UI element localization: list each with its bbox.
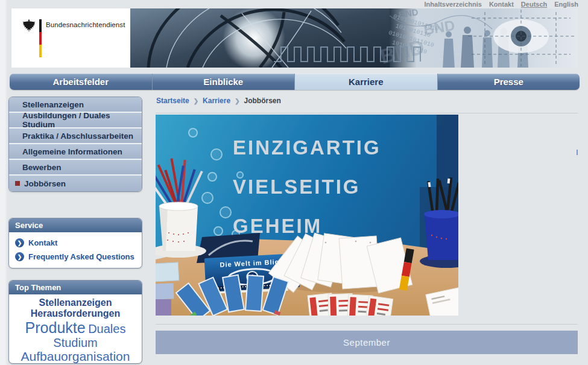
top-themen-box: Top Themen Stellenanzeigen Herausforderu… bbox=[8, 280, 142, 364]
link-kontakt-top[interactable]: Kontakt bbox=[489, 1, 514, 8]
sidebar-item-label: Bewerben bbox=[22, 163, 62, 172]
service-link-faq[interactable]: ❯ Frequently Asked Questions bbox=[15, 252, 136, 261]
breadcrumb-current-jobboersen: Jobbörsen bbox=[244, 97, 281, 105]
link-inhaltsverzeichnis[interactable]: Inhaltsverzeichnis bbox=[425, 1, 482, 8]
breadcrumb-karriere[interactable]: Karriere bbox=[203, 97, 230, 105]
month-banner-september[interactable]: September bbox=[156, 331, 578, 354]
bundesadler-eagle-icon bbox=[21, 18, 37, 34]
sidebar-item-ausbildungen[interactable]: Ausbildungen / Duales Studium bbox=[9, 113, 142, 129]
link-language-english[interactable]: English bbox=[554, 1, 578, 8]
scrollbar-tick[interactable] bbox=[577, 150, 578, 155]
bnd-website-page: Inhaltsverzeichnis Kontakt Deutsch Engli… bbox=[0, 0, 588, 365]
sidebar-item-praktika[interactable]: Praktika / Abschlussarbeiten bbox=[9, 129, 142, 144]
sidebar-item-label: Jobbörsen bbox=[24, 179, 66, 188]
sidebar-item-label: Allgemeine Informationen bbox=[22, 147, 122, 156]
slogan-line-3: GEHEIM bbox=[233, 215, 322, 237]
service-link-label[interactable]: Kontakt bbox=[28, 238, 57, 247]
active-item-marker bbox=[15, 181, 20, 186]
tab-arbeitsfelder[interactable]: Arbeitsfelder bbox=[10, 74, 152, 90]
sidebar-item-label: Praktika / Abschlussarbeiten bbox=[22, 132, 133, 141]
tab-einblicke[interactable]: Einblicke bbox=[152, 74, 295, 90]
main-nav: Arbeitsfelder Einblicke Karriere Presse bbox=[10, 74, 580, 90]
slogan-line-1: EINZIGARTIG bbox=[233, 136, 381, 159]
tag-herausforderungen[interactable]: Herausforderungen bbox=[31, 308, 120, 319]
sidebar-item-label: Stellenanzeigen bbox=[22, 100, 84, 109]
site-title: Bundesnachrichtendienst bbox=[46, 21, 125, 28]
content-divider-bottom bbox=[156, 324, 578, 325]
service-link-label[interactable]: Frequently Asked Questions bbox=[28, 252, 134, 261]
tab-karriere[interactable]: Karriere bbox=[294, 74, 437, 90]
sidebar-item-label: Ausbildungen / Duales Studium bbox=[22, 111, 142, 129]
breadcrumb-startseite[interactable]: Startseite bbox=[156, 97, 189, 105]
link-language-deutsch[interactable]: Deutsch bbox=[521, 1, 547, 8]
breadcrumb: Startseite ❯ Karriere ❯ Jobbörsen bbox=[156, 97, 281, 105]
meta-nav: Inhaltsverzeichnis Kontakt Deutsch Engli… bbox=[425, 1, 578, 8]
logo-box[interactable]: Bundesnachrichtendienst bbox=[11, 8, 130, 68]
hero-image-job-fair-booth: EINZIGARTIG VIELSEITIG GEHEIM bbox=[156, 115, 458, 316]
sidebar-item-bewerben[interactable]: Bewerben bbox=[9, 160, 142, 176]
top-themen-title: Top Themen bbox=[9, 281, 142, 294]
service-box: Service ❯ Kontakt ❯ Frequently Asked Que… bbox=[8, 218, 142, 268]
german-flag-stripe bbox=[39, 19, 42, 57]
chevron-right-icon: ❯ bbox=[194, 98, 198, 104]
sidebar-item-allgemeine-informationen[interactable]: Allgemeine Informationen bbox=[9, 144, 142, 160]
chevron-right-icon: ❯ bbox=[235, 98, 239, 104]
service-link-kontakt[interactable]: ❯ Kontakt bbox=[15, 238, 136, 247]
arrow-circle-icon: ❯ bbox=[15, 252, 24, 261]
header-banner-image: 0101001011010 1010010110 0101001011010 1… bbox=[130, 8, 578, 68]
tag-aufbauorganisation[interactable]: Aufbauorganisation bbox=[21, 349, 130, 363]
content-divider-top bbox=[156, 113, 578, 113]
arrow-circle-icon: ❯ bbox=[15, 238, 24, 247]
sidebar-item-jobboersen[interactable]: Jobbörsen bbox=[9, 176, 142, 191]
tag-stellenanzeigen[interactable]: Stellenanzeigen bbox=[39, 297, 112, 308]
service-box-title: Service bbox=[9, 218, 142, 232]
tag-cloud: Stellenanzeigen Herausforderungen Produk… bbox=[9, 294, 142, 364]
sidebar-menu: Stellenanzeigen Ausbildungen / Duales St… bbox=[8, 97, 142, 192]
tag-produkte[interactable]: Produkte bbox=[25, 319, 86, 336]
tab-presse[interactable]: Presse bbox=[437, 74, 580, 90]
slogan-line-2: VIELSEITIG bbox=[233, 176, 361, 198]
